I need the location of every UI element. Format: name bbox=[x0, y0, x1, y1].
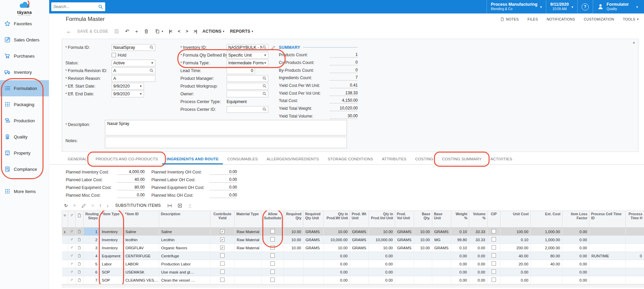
grid-cell-required_qty[interactable]: 10.00 bbox=[284, 244, 303, 252]
grid-cell-base_unit[interactable]: GRAMS bbox=[432, 228, 451, 236]
owner-input[interactable] bbox=[227, 91, 268, 97]
grid-cell-description[interactable]: Centrifuge bbox=[159, 252, 210, 260]
grid-cell-qty_prod_vol_unit[interactable]: 0.00 bbox=[369, 268, 395, 276]
lookup-icon[interactable] bbox=[262, 76, 267, 81]
grid-cell-required_qty[interactable] bbox=[284, 260, 303, 268]
edit-row-button[interactable] bbox=[81, 203, 86, 208]
grid-cell-required_qty_unit[interactable] bbox=[303, 252, 324, 260]
sidebar-item-favorites[interactable]: Favorites bbox=[0, 15, 49, 32]
grid-cell-prod_wt_unit[interactable]: GRAMS bbox=[350, 228, 369, 236]
grid-row-6[interactable]: 6SOPUSEMASKUse mask and gl…0.000.000.000… bbox=[62, 268, 644, 276]
grid-cell-process_cell_time_id[interactable] bbox=[589, 228, 626, 236]
grid-cell-description[interactable]: Lecithin bbox=[159, 236, 210, 244]
grid-cell-item_type[interactable]: Labor bbox=[100, 260, 123, 268]
grid-cell-contribute_yield[interactable] bbox=[210, 244, 235, 252]
grid-cell-prod_wt_unit[interactable] bbox=[350, 268, 369, 276]
sidebar-item-production[interactable]: Production bbox=[0, 113, 49, 129]
grid-cell-process_cell_time_id[interactable]: RUNTIME bbox=[589, 252, 626, 260]
revision-reason-input[interactable]: A bbox=[112, 75, 155, 82]
tab-ingredients-and-route[interactable]: INGREDIENTS AND ROUTE bbox=[162, 154, 223, 164]
grid-cell-item_loss_factor[interactable]: 0.00 bbox=[562, 236, 589, 244]
search-input[interactable] bbox=[53, 4, 98, 9]
grid-cell-sel[interactable] bbox=[62, 236, 68, 244]
grid-cell-unit_cost[interactable]: 0.00 bbox=[500, 268, 531, 276]
grid-cell-description[interactable]: Clean the vessel … bbox=[159, 276, 210, 284]
column-header-volume_pct[interactable]: Volume % bbox=[469, 211, 488, 228]
grid-cell-item_id[interactable]: Saline bbox=[123, 228, 159, 236]
grid-cell-item_id[interactable]: ORGFLAV bbox=[123, 244, 159, 252]
checkbox[interactable] bbox=[270, 253, 275, 258]
tab-storage-conditions[interactable]: STORAGE CONDITIONS bbox=[323, 154, 378, 164]
grid-cell-cip[interactable] bbox=[488, 244, 500, 252]
copy-paste-button[interactable]: ▾ bbox=[155, 29, 163, 34]
grid-cell-item_loss_factor[interactable]: 0.00 bbox=[562, 260, 589, 268]
grid-cell-allow_substitute[interactable] bbox=[262, 252, 284, 260]
checkbox[interactable] bbox=[220, 278, 225, 282]
checkbox[interactable] bbox=[492, 245, 496, 250]
edit-pencil-icon[interactable] bbox=[271, 45, 276, 50]
tab-consumables[interactable]: CONSUMABLES bbox=[223, 154, 262, 164]
checkbox[interactable] bbox=[270, 237, 275, 242]
grid-cell-allow_substitute[interactable] bbox=[262, 236, 284, 244]
grid-cell-volume_pct[interactable]: 33.33 bbox=[469, 236, 488, 244]
refresh-button[interactable]: ↻ bbox=[64, 203, 68, 208]
checkbox[interactable] bbox=[220, 269, 225, 274]
scroll-up-icon[interactable]: ▲ bbox=[632, 40, 636, 44]
grid-cell-cip[interactable] bbox=[488, 252, 500, 260]
column-header-item_id[interactable]: *Item ID bbox=[123, 211, 159, 228]
grid-cell-process_cell_time_id[interactable] bbox=[589, 268, 626, 276]
grid-cell-prod_vol_unit[interactable] bbox=[395, 276, 414, 284]
grid-cell-item_type[interactable]: SOP bbox=[100, 276, 123, 284]
grid-cell-required_qty_unit[interactable] bbox=[303, 260, 324, 268]
grid-cell-base_unit[interactable] bbox=[432, 252, 451, 260]
grid-cell-weight_pct[interactable]: 0.00 bbox=[451, 276, 469, 284]
delete-row-button[interactable]: × bbox=[91, 203, 94, 208]
grid-cell-ext_cost[interactable]: 40.00 bbox=[531, 260, 562, 268]
next-record-button[interactable]: > bbox=[186, 29, 188, 34]
tab-costing[interactable]: COSTING bbox=[411, 154, 438, 164]
grid-cell-item_type[interactable]: SOP bbox=[100, 268, 123, 276]
grid-cell-unit_cost[interactable]: 20.00 bbox=[500, 260, 531, 268]
grid-cell-ext_cost[interactable]: 1,000.00 bbox=[531, 236, 562, 244]
grid-cell-sel[interactable] bbox=[62, 260, 68, 268]
checkbox[interactable] bbox=[220, 237, 225, 242]
grid-cell-routing_steps[interactable]: 2 bbox=[84, 236, 100, 244]
grid-cell-ext_cost[interactable]: 2,000.00 bbox=[531, 244, 562, 252]
column-header-ext_cost[interactable]: Ext. Cost bbox=[531, 211, 562, 228]
move-row-down-button[interactable]: ↓ bbox=[107, 203, 109, 208]
grid-cell-unit_cost[interactable]: 0.00 bbox=[500, 276, 531, 284]
column-header-description[interactable]: Description bbox=[159, 211, 210, 228]
grid-cell-base_unit[interactable] bbox=[432, 268, 451, 276]
grid-cell-base_qty[interactable] bbox=[414, 268, 432, 276]
grid-cell-material_type[interactable] bbox=[235, 268, 262, 276]
move-row-up-button[interactable]: ↑ bbox=[99, 203, 101, 208]
grid-cell-sel[interactable] bbox=[62, 268, 68, 276]
grid-cell-contribute_yield[interactable] bbox=[210, 252, 235, 260]
checkbox[interactable] bbox=[220, 229, 225, 234]
formula-revision-id-input[interactable]: A bbox=[112, 67, 155, 74]
checkbox[interactable] bbox=[492, 237, 496, 242]
horizontal-scrollbar[interactable] bbox=[62, 284, 644, 288]
checkbox[interactable] bbox=[220, 253, 225, 258]
grid-cell-contribute_yield[interactable] bbox=[210, 276, 235, 284]
grid-row-4[interactable]: 4EquipmentCENTRIFUGECentrifuge0.000.000.… bbox=[62, 252, 644, 260]
grid-cell-weight_pct[interactable]: 0.10 bbox=[451, 228, 469, 236]
grid-cell-doc[interactable] bbox=[76, 276, 84, 284]
grid-cell-sel[interactable] bbox=[62, 252, 68, 260]
grid-cell-required_qty_unit[interactable]: GRAMS bbox=[303, 228, 324, 236]
grid-cell-unit_cost[interactable]: 0.10 bbox=[500, 236, 531, 244]
column-header-clip[interactable] bbox=[68, 211, 76, 228]
grid-cell-allow_substitute[interactable] bbox=[262, 228, 284, 236]
grid-cell-process_time[interactable] bbox=[626, 228, 644, 236]
checkbox[interactable] bbox=[492, 278, 496, 282]
sidebar-item-inventory[interactable]: Inventory bbox=[0, 64, 49, 80]
grid-cell-doc[interactable] bbox=[76, 228, 84, 236]
grid-cell-unit_cost[interactable]: 40.00 bbox=[500, 252, 531, 260]
grid-cell-sel[interactable] bbox=[62, 244, 68, 252]
grid-cell-doc[interactable] bbox=[76, 244, 84, 252]
grid-cell-prod_wt_unit[interactable] bbox=[350, 276, 369, 284]
grid-cell-cip[interactable] bbox=[488, 228, 500, 236]
checkbox[interactable] bbox=[270, 261, 275, 266]
grid-cell-required_qty_unit[interactable] bbox=[303, 276, 324, 284]
grid-cell-ext_cost[interactable] bbox=[531, 276, 562, 284]
